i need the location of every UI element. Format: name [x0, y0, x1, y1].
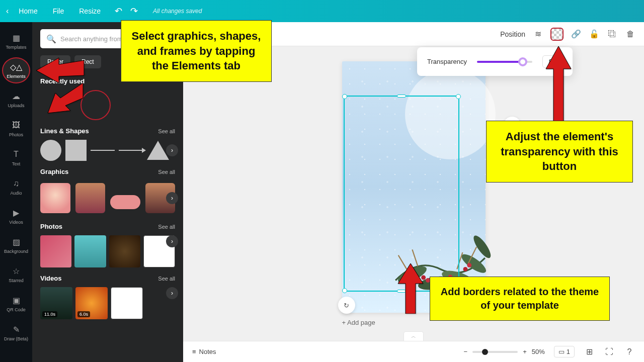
chevron-right-icon[interactable]: › [166, 144, 178, 156]
see-all-photos[interactable]: See all [158, 224, 175, 230]
zoom-thumb[interactable] [482, 349, 488, 355]
photo-item[interactable] [109, 235, 140, 267]
top-bar: ‹ Home File Resize ↶ ↷ All changes saved [0, 0, 644, 22]
video-duration: 11.0s [42, 311, 57, 317]
transparency-button[interactable] [550, 28, 564, 41]
zoom-out-icon[interactable]: − [464, 348, 468, 355]
section-graphics: Graphics [40, 168, 68, 175]
transparency-slider[interactable] [477, 61, 532, 63]
bottom-bar: ≡Notes − + 50% ▭1 ⊞ ⛶ ? [183, 341, 644, 362]
shape-circle[interactable] [40, 140, 61, 161]
nav-qrcode[interactable]: ▣QR Code [2, 291, 30, 317]
help-icon[interactable]: ? [624, 346, 635, 357]
link-icon[interactable]: 🔗 [571, 29, 582, 40]
grid-view-icon[interactable]: ⊞ [584, 346, 595, 357]
undo-redo: ↶ ↷ [115, 6, 138, 17]
zoom-in-icon[interactable]: + [523, 348, 527, 355]
position-button[interactable]: Position [500, 30, 525, 38]
graphic-item[interactable] [75, 183, 106, 213]
selection-box[interactable] [344, 96, 459, 292]
shapes-row: › [40, 140, 175, 161]
shape-line[interactable] [91, 150, 115, 151]
nav-elements[interactable]: ◇△Elements [2, 57, 30, 83]
nav-photos[interactable]: 🖼Photos [2, 116, 30, 142]
videos-row: 11.0s 6.0s › [40, 287, 175, 319]
zoom-slider[interactable] [472, 351, 518, 353]
nav-audio[interactable]: ♫Audio [2, 174, 30, 200]
section-shapes: Lines & Shapes [40, 127, 89, 135]
slider-thumb[interactable] [518, 57, 527, 66]
nav-text[interactable]: TText [2, 145, 30, 171]
video-item[interactable] [111, 287, 143, 319]
resize-handle[interactable] [456, 94, 461, 99]
photo-item[interactable] [74, 235, 106, 267]
undo-icon[interactable]: ↶ [115, 6, 122, 17]
resize-edge[interactable] [397, 95, 406, 98]
search-icon: 🔍 [46, 34, 56, 44]
elements-icon: ◇△ [11, 62, 21, 72]
photo-item[interactable] [40, 235, 71, 267]
qrcode-icon: ▣ [11, 295, 21, 305]
menu-resize[interactable]: Resize [79, 7, 101, 15]
page-count[interactable]: ▭1 [554, 346, 575, 357]
svg-marker-12 [48, 83, 83, 113]
section-videos: Videos [40, 275, 61, 282]
uploads-icon: ☁ [11, 91, 21, 101]
chevron-right-icon[interactable]: › [166, 192, 178, 204]
svg-point-9 [463, 267, 467, 272]
svg-marker-13 [546, 46, 571, 122]
nav-uploads[interactable]: ☁Uploads [2, 86, 30, 113]
video-item[interactable]: 11.0s [40, 287, 72, 319]
text-icon: T [11, 149, 21, 159]
layers-icon[interactable]: ≋ [532, 29, 543, 40]
arrow-annotation [395, 263, 426, 316]
arrow-annotation [45, 80, 86, 118]
reset-button[interactable]: ↻ [338, 297, 355, 314]
duplicate-icon[interactable]: ⿻ [607, 29, 618, 40]
left-nav: ▦Templates ◇△Elements ☁Uploads 🖼Photos T… [0, 22, 32, 362]
save-status: All changes saved [153, 8, 202, 15]
callout-borders: Add borders related to the theme of your… [430, 277, 610, 321]
svg-point-10 [467, 263, 471, 267]
top-menu: Home File Resize [19, 7, 101, 15]
nav-templates[interactable]: ▦Templates [2, 28, 30, 54]
redo-icon[interactable]: ↷ [130, 6, 138, 17]
chevron-right-icon[interactable]: › [166, 235, 178, 247]
nav-draw[interactable]: ✎Draw (Beta) [2, 320, 30, 346]
video-item[interactable]: 6.0s [75, 287, 108, 319]
draw-icon: ✎ [11, 324, 21, 334]
photos-icon: 🖼 [11, 120, 21, 130]
see-all-shapes[interactable]: See all [158, 128, 175, 134]
photos-row: › [40, 235, 175, 267]
svg-point-4 [470, 233, 493, 260]
graphics-row: › [40, 180, 175, 216]
resize-handle[interactable] [342, 94, 347, 99]
transparency-label: Transparency [427, 58, 467, 65]
graphic-item[interactable] [110, 195, 140, 209]
see-all-videos[interactable]: See all [158, 276, 175, 282]
svg-marker-14 [398, 263, 423, 314]
expand-pages-icon[interactable]: ︿ [404, 331, 424, 341]
nav-background[interactable]: ▨Background [2, 232, 30, 258]
fullscreen-icon[interactable]: ⛶ [604, 346, 615, 357]
back-icon[interactable]: ‹ [6, 7, 9, 16]
graphic-item[interactable] [40, 183, 70, 213]
trash-icon[interactable]: 🗑 [625, 29, 636, 40]
menu-file[interactable]: File [53, 7, 64, 15]
notes-button[interactable]: ≡Notes [192, 348, 216, 355]
nav-starred[interactable]: ☆Starred [2, 261, 30, 288]
menu-home[interactable]: Home [19, 7, 37, 15]
nav-videos[interactable]: ▶Videos [2, 203, 30, 229]
see-all-graphics[interactable]: See all [158, 169, 175, 175]
star-icon: ☆ [11, 266, 21, 276]
templates-icon: ▦ [11, 33, 21, 43]
chevron-right-icon[interactable]: › [166, 287, 178, 299]
callout-elements: Select graphics, shapes, and frames by t… [121, 20, 272, 82]
shape-square[interactable] [65, 140, 87, 161]
zoom-level[interactable]: 50% [532, 348, 545, 355]
resize-handle[interactable] [342, 288, 347, 293]
section-photos: Photos [40, 223, 62, 230]
pages-icon: ▭ [558, 348, 565, 355]
lock-icon[interactable]: 🔓 [589, 29, 600, 40]
shape-arrow[interactable] [119, 150, 143, 151]
